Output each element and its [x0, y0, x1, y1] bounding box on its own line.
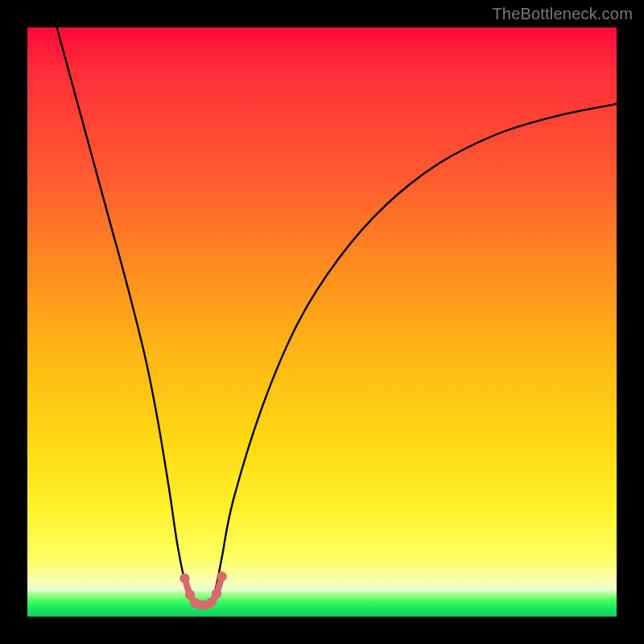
watermark-label: TheBottleneck.com — [492, 5, 633, 23]
trough-marker-dot — [212, 588, 221, 598]
curve-layer — [27, 27, 617, 617]
trough-marker-dot — [217, 572, 226, 581]
trough-marker-dot — [206, 597, 216, 607]
chart-frame: TheBottleneck.com — [0, 0, 644, 644]
trough-marker-dot — [185, 590, 195, 600]
bottleneck-curve — [57, 27, 617, 605]
plot-area — [27, 27, 617, 617]
trough-marker-dot — [180, 573, 189, 583]
